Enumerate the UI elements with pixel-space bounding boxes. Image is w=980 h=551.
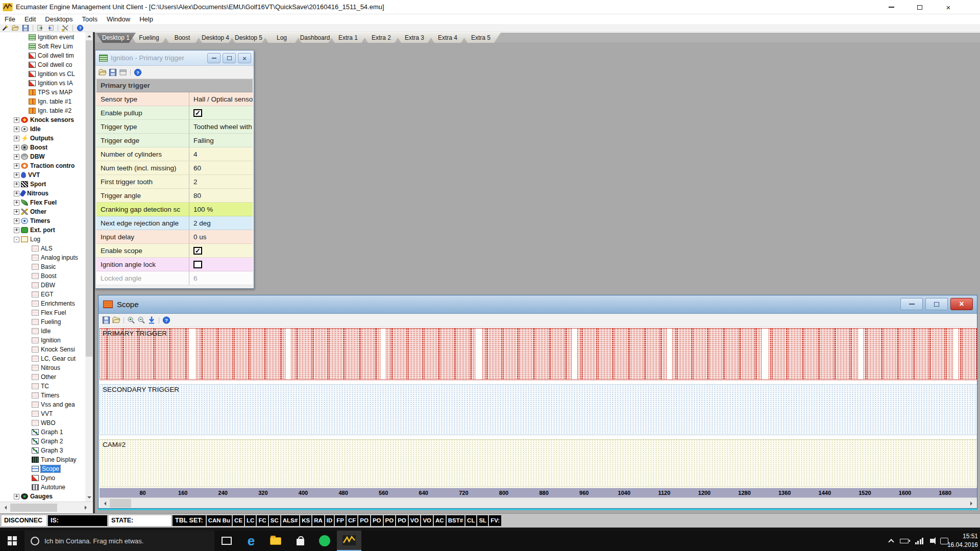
expand-icon[interactable]: +	[14, 228, 19, 233]
menu-desktops[interactable]: Desktops	[40, 15, 77, 23]
download-icon[interactable]	[148, 316, 156, 324]
scrollbar-thumb[interactable]	[10, 504, 57, 512]
checkbox-checked[interactable]: ✓	[193, 109, 202, 117]
expand-icon[interactable]: +	[14, 127, 19, 132]
zoom-out-icon[interactable]	[137, 316, 145, 324]
checkbox-checked[interactable]: ✓	[193, 247, 202, 255]
tree-item-autotune[interactable]: Autotune	[0, 483, 85, 492]
expand-icon[interactable]: +	[14, 154, 19, 160]
tree-item-ignition-event[interactable]: Ignition event	[0, 33, 85, 42]
dialog-maximize-button[interactable]	[223, 53, 236, 63]
tree-item-graph-2[interactable]: Graph 2	[0, 437, 85, 446]
scope-plot-area[interactable]: PRIMARY TRIGGERSECONDARY TRIGGERCAM#2	[100, 327, 977, 488]
scroll-right-button[interactable]	[82, 504, 90, 512]
save-icon[interactable]	[102, 316, 110, 324]
param-value[interactable]: 2	[189, 175, 253, 188]
tree-item-dbw[interactable]: DBW	[0, 281, 85, 290]
expand-icon[interactable]: +	[14, 145, 19, 151]
scrollbar-thumb[interactable]	[86, 40, 92, 357]
scope-channel-primary[interactable]: PRIMARY TRIGGER	[100, 328, 977, 380]
collapse-icon[interactable]: -	[14, 237, 19, 242]
taskbar-app-green[interactable]	[312, 531, 337, 551]
tab-extra-3[interactable]: Extra 3	[395, 33, 434, 43]
volume-icon[interactable]	[930, 539, 934, 543]
tree-vertical-scrollbar[interactable]	[85, 32, 93, 502]
tree-item-sport[interactable]: +Sport	[0, 180, 85, 189]
tree-item-boost[interactable]: +Boost	[0, 143, 85, 152]
dialog-close-button[interactable]: ×	[238, 53, 251, 63]
menu-tools[interactable]: Tools	[78, 15, 102, 23]
expand-icon[interactable]: +	[14, 191, 19, 196]
param-value[interactable]: Falling	[189, 134, 253, 147]
tree-item-knock-sensi[interactable]: Knock Sensi	[0, 345, 85, 354]
tree-item-tps-vs-map[interactable]: TPS vs MAP	[0, 88, 85, 97]
tree-item-analog-inputs[interactable]: Analog inputs	[0, 253, 85, 262]
scroll-left-button[interactable]	[100, 499, 109, 508]
tree-item-graph-3[interactable]: Graph 3	[0, 446, 85, 455]
tree-item-other[interactable]: Other	[0, 372, 85, 382]
tab-extra-4[interactable]: Extra 4	[428, 33, 468, 43]
taskbar-app-explorer[interactable]	[263, 531, 288, 551]
winframe-icon[interactable]	[119, 68, 127, 76]
expand-icon[interactable]: +	[14, 117, 19, 123]
tree-item-timers[interactable]: Timers	[0, 391, 85, 400]
scroll-down-button[interactable]	[85, 494, 93, 502]
tree-item-ignition-vs-cl[interactable]: Ignition vs CL	[0, 69, 85, 79]
scope-horizontal-scrollbar[interactable]	[100, 497, 977, 508]
tree-item-ext-port[interactable]: +Ext. port	[0, 226, 85, 235]
tray-expand-icon[interactable]	[888, 539, 894, 544]
tree-item-wbo[interactable]: WBO	[0, 418, 85, 428]
tree-item-outputs[interactable]: +⚡Outputs	[0, 134, 85, 143]
open-icon[interactable]	[11, 24, 19, 32]
tree-item-vvt[interactable]: VVT	[0, 409, 85, 418]
dialog-title-bar[interactable]: Ignition - Primary trigger ×	[95, 51, 254, 66]
dialog-minimize-button[interactable]	[207, 53, 220, 63]
tree-item-soft-rev-lim[interactable]: Soft Rev Lim	[0, 42, 85, 51]
tab-fueling[interactable]: Fueling	[129, 33, 169, 43]
tree-item-lc-gear-cut[interactable]: LC, Gear cut	[0, 354, 85, 363]
save-icon[interactable]	[21, 24, 30, 32]
taskbar-app-store[interactable]	[288, 531, 312, 551]
expand-icon[interactable]: +	[14, 209, 19, 215]
close-button[interactable]: ×	[934, 0, 963, 14]
tree-item-coil-dwell-tim[interactable]: Coil dwell tim	[0, 51, 85, 60]
tree-item-other[interactable]: +Other	[0, 207, 85, 216]
help-icon[interactable]: ?	[134, 68, 142, 76]
taskbar-app-edge[interactable]: e	[239, 531, 263, 551]
make-icon[interactable]	[1, 24, 9, 32]
tab-extra-5[interactable]: Extra 5	[461, 33, 501, 43]
tree-horizontal-scrollbar[interactable]	[0, 502, 93, 513]
tree-item-flex-fuel[interactable]: Flex Fuel	[0, 308, 85, 317]
tab-extra-2[interactable]: Extra 2	[361, 33, 401, 43]
read-emu-icon[interactable]	[36, 24, 44, 32]
taskbar-app-emu-active[interactable]	[337, 531, 361, 551]
tree-item-dbw[interactable]: +DBW	[0, 152, 85, 161]
network-icon[interactable]	[915, 538, 924, 544]
battery-icon[interactable]	[900, 539, 909, 543]
menu-file[interactable]: File	[0, 15, 20, 23]
tree-item-knock-sensors[interactable]: +Knock sensors	[0, 115, 85, 124]
cortana-search-box[interactable]: Ich bin Cortana. Frag mich etwas.	[24, 531, 214, 551]
start-button[interactable]	[0, 531, 24, 551]
tree-item-flex-fuel[interactable]: +Flex Fuel	[0, 198, 85, 207]
param-value[interactable]: Toothed wheel with 2 miss	[189, 120, 253, 133]
maximize-button[interactable]	[905, 0, 934, 14]
expand-icon[interactable]: +	[14, 200, 19, 206]
tree-item-timers[interactable]: +Timers	[0, 216, 85, 226]
minimize-button[interactable]	[877, 0, 905, 14]
scroll-up-button[interactable]	[85, 32, 93, 40]
tab-extra-1[interactable]: Extra 1	[328, 33, 368, 43]
tab-boost[interactable]: Boost	[162, 33, 202, 43]
param-value[interactable]: ✓	[189, 244, 253, 257]
tree-item-log[interactable]: -Log	[0, 235, 85, 244]
open-icon[interactable]	[112, 316, 120, 324]
tab-dashboard[interactable]: Dashboard	[295, 33, 335, 43]
tree-item-boost[interactable]: Boost	[0, 271, 85, 281]
param-value[interactable]: 100 %	[189, 203, 253, 216]
tab-log[interactable]: Log	[262, 33, 302, 43]
taskbar-clock[interactable]: 15:51 16.04.2016	[947, 532, 978, 549]
tab-desktop-4[interactable]: Desktop 4	[195, 33, 235, 43]
tab-desktop-1[interactable]: Desktop 1	[96, 33, 136, 43]
tree-item-basic[interactable]: Basic	[0, 262, 85, 271]
expand-icon[interactable]: +	[14, 172, 19, 178]
